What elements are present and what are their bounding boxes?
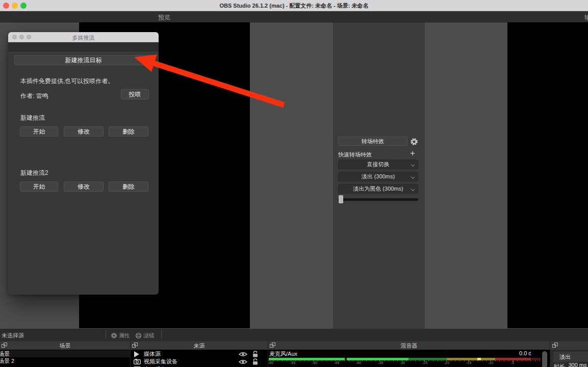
author-label: 作者: 雷鸣	[20, 92, 48, 100]
db-tick: -25	[419, 361, 431, 364]
source-row[interactable]: 视频采集设备	[131, 358, 268, 365]
source-label: 视频采集设备	[144, 358, 177, 365]
quick-transition-select-fade[interactable]: 淡出 (300ms)	[338, 172, 418, 181]
properties-button[interactable]: 属性	[119, 332, 130, 339]
mixer-header[interactable]: 混音器	[268, 341, 550, 350]
mixer-title: 混音器	[268, 342, 550, 350]
transitions-button[interactable]: 转场特效	[338, 137, 407, 146]
stream2-edit-button[interactable]: 修改	[64, 181, 104, 192]
stream2-start-button[interactable]: 开始	[20, 181, 58, 192]
panel-divider	[550, 341, 550, 367]
filters-button[interactable]: 滤镜	[143, 332, 155, 339]
new-stream-target-button[interactable]: 新建推流目标	[14, 55, 152, 65]
scene-item[interactable]: 场景 2	[0, 357, 130, 364]
transition-settings-gear-icon[interactable]	[410, 138, 418, 146]
mixer-level-value: 0.0 dB	[519, 350, 531, 356]
db-tick: -55	[287, 361, 299, 364]
menubar: OBS Studio 26.1.2 (mac) - 配置文件: 未命名 - 场景…	[0, 0, 588, 11]
transition-slider-handle[interactable]	[339, 195, 343, 203]
window-title: OBS Studio 26.1.2 (mac) - 配置文件: 未命名 - 场景…	[0, 2, 588, 10]
select-value: 直接切换	[367, 161, 390, 167]
db-tick: -50	[309, 361, 321, 364]
video-capture-icon	[134, 359, 141, 364]
db-tick: -45	[330, 361, 343, 364]
chevron-down-icon	[411, 187, 415, 191]
source-row[interactable]: 媒体源	[131, 350, 268, 358]
filters-icon[interactable]	[135, 332, 142, 339]
visibility-eye-icon[interactable]	[239, 352, 247, 357]
source-label: 媒体源	[144, 350, 161, 358]
scenes-list: 场景 场景 2	[0, 350, 130, 367]
studio-labels-bar: 预览 输出	[0, 11, 588, 22]
panel-divider	[130, 341, 131, 367]
toolbar-separator	[161, 330, 162, 338]
visibility-eye-icon[interactable]	[239, 359, 247, 364]
no-source-status: 未选择源	[2, 332, 24, 339]
db-tick: -15	[463, 361, 475, 364]
scene-item[interactable]: 场景	[0, 350, 130, 357]
chevron-down-icon	[411, 175, 415, 179]
transition-dock-header[interactable]	[550, 341, 588, 350]
stream1-name: 新建推流	[20, 114, 45, 122]
preview-label: 预览	[158, 13, 170, 22]
quick-transition-select-cut[interactable]: 直接切换	[338, 160, 418, 169]
mixer-channel-label: 麦克风/Aux	[269, 350, 297, 358]
program-canvas	[507, 22, 588, 328]
toolbar-separator	[106, 330, 106, 338]
donate-button[interactable]: 投喂	[121, 89, 149, 99]
scenes-title: 场景	[0, 342, 130, 350]
scenes-header[interactable]: 场景	[0, 341, 130, 350]
sources-title: 来源	[131, 342, 268, 350]
unlock-icon[interactable]	[252, 351, 259, 357]
chevron-down-icon	[411, 163, 415, 167]
sources-header[interactable]: 来源	[131, 341, 268, 350]
add-quick-transition-icon[interactable]: +	[410, 149, 415, 157]
duration-label: 时长	[554, 363, 565, 367]
db-tick: -10	[484, 361, 497, 364]
unlock-icon[interactable]	[252, 358, 259, 365]
db-tick: -30	[396, 361, 408, 364]
select-value: 淡出 (300ms)	[362, 173, 395, 179]
stream2-name: 新建推流2	[20, 169, 48, 177]
plugin-description: 本插件免费提供,也可以投喂作者。	[20, 77, 114, 86]
db-tick: -35	[374, 361, 387, 364]
dialog-titlebar[interactable]: 多路推流	[8, 32, 159, 42]
quick-transition-select-fade-to-black[interactable]: 淡出为黑色 (300ms)	[338, 184, 418, 194]
select-value: 淡出为黑色 (300ms)	[353, 186, 403, 192]
select-value: 淡出	[553, 354, 571, 360]
dialog-title: 多路推流	[8, 34, 159, 42]
dialog-toolbar-strip	[8, 42, 159, 51]
popout-icon[interactable]	[552, 343, 558, 348]
db-tick: -20	[441, 361, 453, 364]
multistream-dialog: 多路推流 新建推流目标 本插件免费提供,也可以投喂作者。 作者: 雷鸣 投喂 新…	[8, 32, 159, 295]
properties-gear-icon[interactable]	[111, 332, 117, 339]
db-tick: -5	[506, 361, 519, 364]
program-label: 输出	[584, 13, 588, 22]
stream1-delete-button[interactable]: 删除	[109, 126, 148, 137]
transition-slider-track[interactable]	[338, 198, 418, 201]
media-source-icon	[134, 351, 139, 357]
scene-transition-select[interactable]: 淡出	[553, 352, 588, 362]
db-tick: -40	[352, 361, 365, 364]
sources-list: 媒体源 视频采集设备	[131, 350, 268, 367]
stream1-edit-button[interactable]: 修改	[64, 126, 104, 137]
stream2-delete-button[interactable]: 删除	[109, 181, 148, 192]
quick-transitions-label: 快速转场特效	[338, 151, 372, 159]
mixer-scrollbar[interactable]	[542, 351, 547, 367]
db-tick: -60	[265, 361, 277, 364]
stream1-start-button[interactable]: 开始	[20, 126, 58, 137]
duration-spinbox[interactable]: 300 ms	[567, 362, 588, 367]
